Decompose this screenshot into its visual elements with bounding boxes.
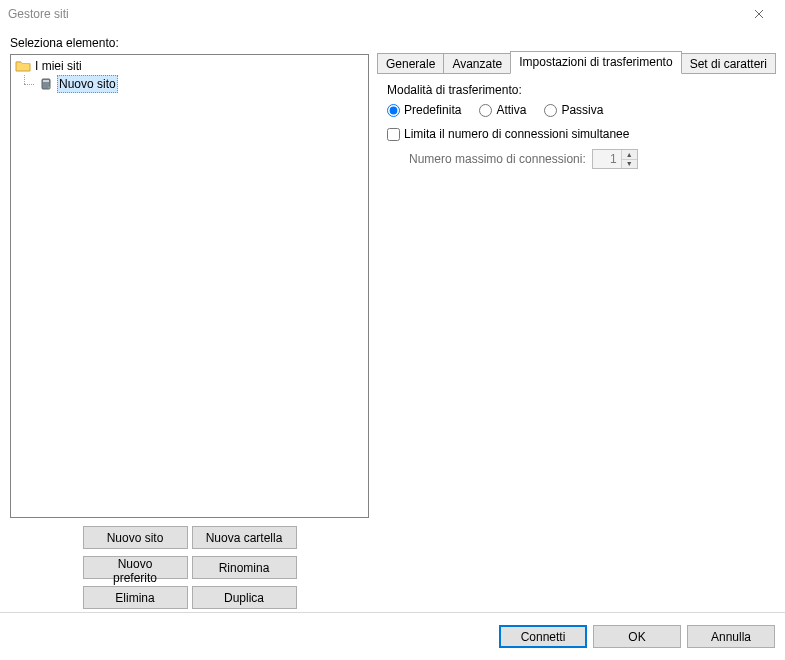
svg-point-2 [48,87,50,89]
titlebar: Gestore siti [0,0,785,28]
radio-passive-label: Passiva [561,103,603,117]
close-icon [754,6,764,22]
new-folder-button[interactable]: Nuova cartella [192,526,297,549]
new-bookmark-button[interactable]: Nuovo preferito [83,556,188,579]
limit-connections-row: Limita il numero di connessioni simultan… [387,127,765,141]
max-connections-input[interactable] [593,150,621,168]
folder-icon [15,59,31,73]
cancel-button[interactable]: Annulla [687,625,775,648]
new-site-button[interactable]: Nuovo sito [83,526,188,549]
spinner-down-icon[interactable]: ▼ [622,160,637,169]
close-button[interactable] [739,0,779,28]
transfer-tab-page: Modalità di trasferimento: Predefinita A… [377,73,775,612]
tab-general[interactable]: Generale [377,53,444,74]
radio-passive[interactable]: Passiva [544,103,603,117]
delete-button[interactable]: Elimina [83,586,188,609]
max-connections-label: Numero massimo di connessioni: [409,152,586,166]
tab-charset[interactable]: Set di caratteri [681,53,776,74]
site-tree[interactable]: I miei siti Nuovo sito [10,54,369,518]
radio-default[interactable]: Predefinita [387,103,461,117]
dialog-footer: Connetti OK Annulla [0,612,785,660]
radio-active-label: Attiva [496,103,526,117]
limit-connections-checkbox[interactable] [387,128,400,141]
radio-active[interactable]: Attiva [479,103,526,117]
select-element-label: Seleziona elemento: [10,36,369,50]
left-pane: Seleziona elemento: I miei siti [10,36,369,612]
spinner-up-icon[interactable]: ▲ [622,150,637,160]
tree-root-item[interactable]: I miei siti [11,57,368,75]
tab-advanced[interactable]: Avanzate [443,53,511,74]
right-pane: Generale Avanzate Impostazioni di trasfe… [377,36,775,612]
transfer-mode-label: Modalità di trasferimento: [387,83,765,97]
rename-button[interactable]: Rinomina [192,556,297,579]
tab-strip: Generale Avanzate Impostazioni di trasfe… [377,52,775,74]
radio-default-label: Predefinita [404,103,461,117]
svg-rect-1 [43,80,49,82]
duplicate-button[interactable]: Duplica [192,586,297,609]
tree-line-icon [15,75,39,93]
max-connections-spinner[interactable]: ▲ ▼ [592,149,638,169]
tree-root-label: I miei siti [35,57,82,75]
limit-connections-label: Limita il numero di connessioni simultan… [404,127,629,141]
ok-button[interactable]: OK [593,625,681,648]
max-connections-row: Numero massimo di connessioni: ▲ ▼ [387,149,765,169]
radio-default-input[interactable] [387,104,400,117]
tab-transfer[interactable]: Impostazioni di trasferimento [510,51,681,74]
window-title: Gestore siti [8,7,739,21]
radio-active-input[interactable] [479,104,492,117]
tree-child-label: Nuovo sito [57,75,118,93]
spinner-arrows: ▲ ▼ [621,150,637,168]
connect-button[interactable]: Connetti [499,625,587,648]
tree-child-item[interactable]: Nuovo sito [11,75,368,93]
radio-passive-input[interactable] [544,104,557,117]
server-icon [39,77,53,91]
transfer-mode-radios: Predefinita Attiva Passiva [387,103,765,117]
left-button-grid: Nuovo sito Nuova cartella Nuovo preferit… [83,526,297,612]
